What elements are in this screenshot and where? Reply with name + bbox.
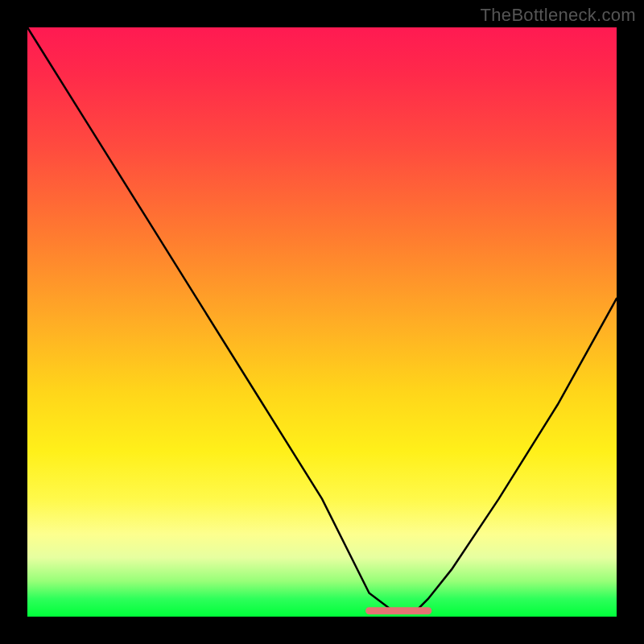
plot-area bbox=[27, 27, 617, 617]
watermark-text: TheBottleneck.com bbox=[481, 5, 636, 26]
bottleneck-curve bbox=[27, 27, 617, 617]
chart-container: TheBottleneck.com bbox=[0, 0, 644, 644]
